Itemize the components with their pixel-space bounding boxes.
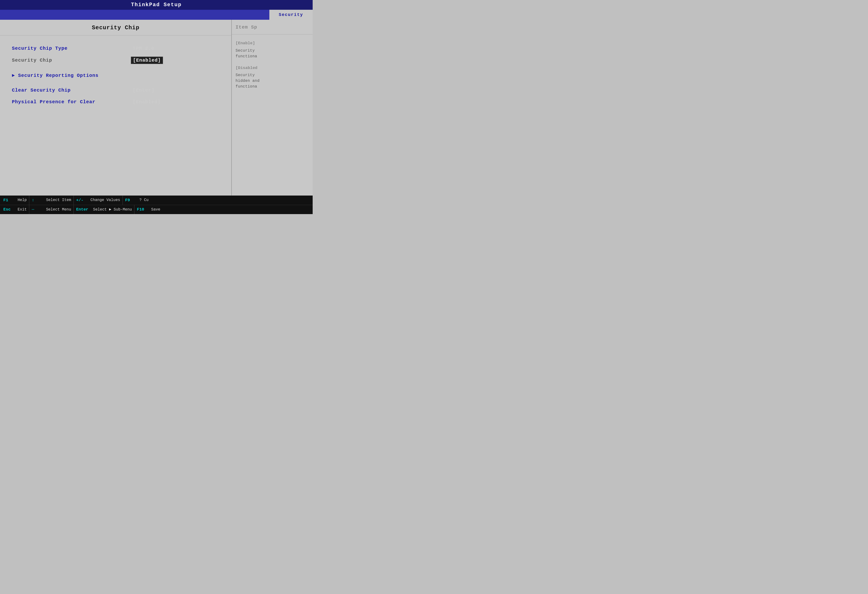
menu-label-clear: Clear Security Chip (12, 87, 126, 93)
menu-label-chip-type: Security Chip Type (12, 46, 126, 51)
key-group-f9: F9 ? Cu (123, 196, 151, 205)
menu-value-physical: [Enabled] (131, 99, 162, 105)
menu-row-clear[interactable]: Clear Security Chip [Enter] (12, 84, 222, 96)
help-label-enabled: [Enable] (236, 40, 309, 46)
menu-label-physical: Physical Presence for Clear (12, 99, 126, 105)
right-panel-content: [Enable] Securityfunctiona [Disabled Sec… (232, 34, 313, 101)
help-label-disabled: [Disabled (236, 65, 309, 71)
key-group-f10: F10 Save (134, 205, 162, 214)
menu-row-physical[interactable]: Physical Presence for Clear [Enabled] (12, 96, 222, 108)
desc-change-values: Change Values (90, 198, 120, 202)
menu-row-chip[interactable]: Security Chip [Enabled] (12, 54, 222, 66)
tab-security[interactable]: Security (269, 10, 313, 20)
key-group-select-item: ↕ Select Item (29, 196, 74, 205)
right-panel: Item Sp [Enable] Securityfunctiona [Disa… (232, 20, 313, 196)
menu-row-reporting[interactable]: ► Security Reporting Options (12, 70, 222, 81)
key-esc: Esc (3, 207, 13, 212)
menu-value-chip-type: TPM 2.0 (131, 45, 156, 52)
help-text-disabled: Securityhidden andfunctiona (236, 72, 309, 90)
key-f9: F9 (125, 198, 135, 202)
key-enter: Enter (76, 207, 88, 212)
menu-value-chip: [Enabled] (131, 57, 163, 64)
submenu-arrow-icon: ► (12, 73, 15, 78)
bottom-row-bottom: Esc Exit ↔ Select Menu Enter Select ► Su… (0, 205, 313, 214)
desc-exit: Exit (18, 208, 27, 212)
desc-select-menu: Select Menu (46, 208, 71, 212)
help-section-disabled: [Disabled Securityhidden andfunctiona (236, 65, 309, 90)
key-group-select-menu: ↔ Select Menu (29, 205, 74, 214)
right-panel-header: Item Sp (232, 20, 313, 34)
bottom-row-top: F1 Help ↕ Select Item +/- Change Values … (0, 196, 313, 205)
key-f10: F10 (137, 207, 146, 212)
desc-select-item: Select Item (46, 198, 71, 202)
title-bar: ThinkPad Setup (0, 0, 313, 10)
desc-submenu: Select ► Sub-Menu (93, 208, 132, 212)
help-text-enabled: Securityfunctiona (236, 48, 309, 59)
menu-area: Security Chip Type TPM 2.0 Security Chip… (0, 35, 231, 112)
arrow-updown-icon: ↕ (32, 198, 41, 202)
app-title: ThinkPad Setup (131, 2, 182, 8)
key-f1: F1 (3, 198, 13, 202)
left-panel: Security Chip Security Chip Type TPM 2.0… (0, 20, 232, 196)
key-group-change: +/- Change Values (74, 196, 123, 205)
bottom-row-container: F1 Help ↕ Select Item +/- Change Values … (0, 196, 313, 214)
menu-row-chip-type[interactable]: Security Chip Type TPM 2.0 (12, 43, 222, 54)
menu-label-reporting: Security Reporting Options (18, 73, 132, 78)
help-section-enabled: [Enable] Securityfunctiona (236, 40, 309, 59)
key-group-esc: Esc Exit (1, 205, 29, 214)
key-plusminus: +/- (76, 198, 86, 202)
desc-save: Save (151, 208, 160, 212)
bottom-bar: F1 Help ↕ Select Item +/- Change Values … (0, 196, 313, 214)
key-group-f1: F1 Help (1, 196, 29, 205)
desc-help: Help (18, 198, 27, 202)
menu-value-clear: [Enter] (131, 87, 156, 94)
arrow-leftright-icon: ↔ (32, 207, 41, 212)
menu-label-chip: Security Chip (12, 57, 126, 63)
bios-screen: ThinkPad Setup Security Security Chip Se… (0, 0, 313, 214)
key-group-enter: Enter Select ► Sub-Menu (74, 205, 134, 214)
section-title: Security Chip (0, 20, 231, 35)
tab-bar: Security (0, 10, 313, 20)
desc-f9: ? Cu (139, 198, 149, 202)
main-content: Security Chip Security Chip Type TPM 2.0… (0, 20, 313, 196)
